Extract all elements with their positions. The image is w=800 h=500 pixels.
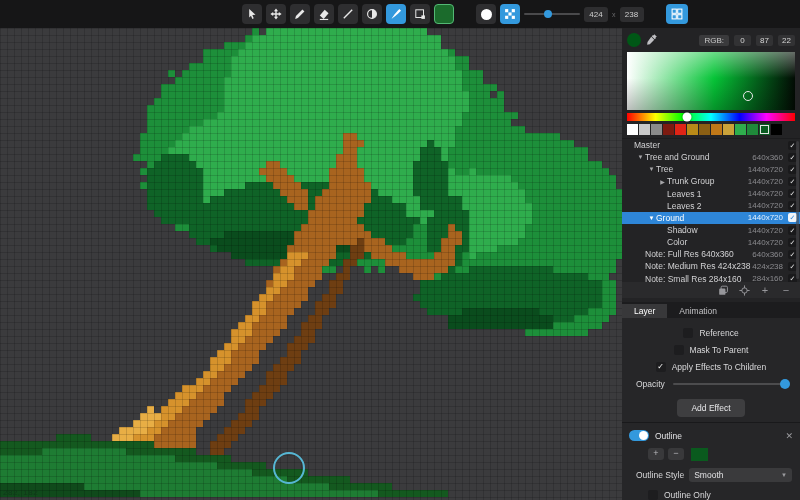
blue-value-field[interactable]: 22: [778, 35, 795, 46]
inspector-tabs: LayerAnimation: [622, 302, 800, 318]
color-swatch[interactable]: [747, 124, 758, 135]
layer-name: Shadow: [667, 225, 698, 235]
eraser-tool-button[interactable]: [314, 4, 334, 24]
gradient-picker-ring[interactable]: [743, 91, 753, 101]
line-tool-button[interactable]: [338, 4, 358, 24]
layer-row-leaves-1[interactable]: Leaves 11440x720✓: [622, 188, 800, 200]
duplicate-layer-icon[interactable]: [717, 284, 729, 296]
move-tool-button[interactable]: [266, 4, 286, 24]
color-swatch[interactable]: [639, 124, 650, 135]
outline-remove-color-button[interactable]: −: [668, 448, 684, 460]
slider-knob[interactable]: [544, 10, 552, 18]
disclosure-triangle-icon[interactable]: ▼: [647, 215, 656, 221]
layer-size: 1440x720: [748, 189, 783, 198]
layer-row-master[interactable]: Master✓: [622, 139, 800, 151]
add-effect-button[interactable]: Add Effect: [677, 399, 744, 417]
outline-only-checkbox[interactable]: [648, 490, 658, 500]
disclosure-triangle-icon[interactable]: ▼: [636, 154, 645, 160]
green-value-field[interactable]: 87: [756, 35, 773, 46]
color-swatch[interactable]: [651, 124, 662, 135]
brush-shape-button[interactable]: [476, 4, 496, 24]
brush-tool-button[interactable]: [386, 4, 406, 24]
color-swatch[interactable]: [675, 124, 686, 135]
tab-animation[interactable]: Animation: [667, 304, 729, 318]
layer-row-ground[interactable]: ▼Ground1440x720✓: [622, 212, 800, 224]
color-swatch[interactable]: [711, 124, 722, 135]
canvas-height-field[interactable]: 238: [620, 7, 644, 22]
layer-row-color[interactable]: Color1440x720✓: [622, 236, 800, 248]
layer-size: 424x238: [752, 262, 783, 271]
brush-cursor: [273, 452, 305, 484]
outline-color-swatch[interactable]: [691, 448, 708, 461]
layer-row-shadow[interactable]: Shadow1440x720✓: [622, 224, 800, 236]
layer-name: Note: Full Res 640x360: [645, 249, 734, 259]
brush-size-slider[interactable]: [524, 4, 580, 24]
pencil-tool-button[interactable]: [290, 4, 310, 24]
apply-effects-to-children-checkbox[interactable]: ✓: [656, 362, 666, 372]
layer-size: 1440x720: [748, 226, 783, 235]
add-layer-button[interactable]: +: [759, 284, 771, 296]
checkbox-label: Apply Effects To Children: [672, 362, 767, 372]
disclosure-triangle-icon[interactable]: ▶: [658, 178, 667, 185]
disclosure-triangle-icon[interactable]: ▼: [647, 166, 656, 172]
remove-layer-button[interactable]: −: [780, 284, 792, 296]
right-sidebar: RGB: 0 87 22 Master✓▼Tree and Ground640x…: [622, 28, 800, 500]
hue-picker-dot[interactable]: [683, 113, 692, 122]
color-swatch[interactable]: [687, 124, 698, 135]
rgb-mode-label[interactable]: RGB:: [699, 35, 729, 46]
outline-add-color-button[interactable]: +: [648, 448, 664, 460]
opacity-slider[interactable]: [673, 379, 788, 389]
eyedropper-icon[interactable]: [646, 33, 658, 47]
color-swatch[interactable]: [735, 124, 746, 135]
remove-effect-icon[interactable]: ✕: [785, 431, 793, 441]
layer-row-note-small-res-284x160[interactable]: Note: Small Res 284x160284x160✓: [622, 273, 800, 283]
saturation-brightness-gradient[interactable]: [627, 52, 795, 110]
reference-checkbox[interactable]: [683, 328, 693, 338]
layer-row-tree-and-ground[interactable]: ▼Tree and Ground640x360✓: [622, 151, 800, 163]
layer-row-note-medium-res-424x238[interactable]: Note: Medium Res 424x238424x238✓: [622, 260, 800, 272]
marquee-tool-button[interactable]: [410, 4, 430, 24]
color-swatch[interactable]: [627, 124, 638, 135]
color-swatch[interactable]: [759, 124, 770, 135]
layers-list: Master✓▼Tree and Ground640x360✓▼Tree1440…: [622, 138, 800, 282]
layer-size: 1440x720: [748, 177, 783, 186]
grid-toggle-button[interactable]: [666, 4, 688, 24]
effect-enabled-toggle[interactable]: [629, 430, 649, 441]
color-swatch[interactable]: [663, 124, 674, 135]
hue-bar[interactable]: [627, 113, 795, 121]
tab-layer[interactable]: Layer: [622, 304, 667, 318]
line-icon: [341, 7, 355, 21]
layer-size: 640x360: [752, 153, 783, 162]
checkbox-label: Mask To Parent: [690, 345, 749, 355]
red-value-field[interactable]: 0: [734, 35, 751, 46]
pencil-icon: [293, 7, 307, 21]
current-color-swatch[interactable]: [627, 33, 641, 47]
pixel-artwork[interactable]: [0, 28, 622, 500]
canvas-width-field[interactable]: 424: [584, 7, 608, 22]
mask-to-parent-checkbox[interactable]: [674, 345, 684, 355]
layer-size: 1440x720: [748, 238, 783, 247]
color-swatch[interactable]: [699, 124, 710, 135]
fill-tool-button[interactable]: [362, 4, 382, 24]
drawing-canvas[interactable]: 282, 182: [0, 28, 622, 500]
target-layer-icon[interactable]: [738, 284, 750, 296]
layers-scrollbar[interactable]: [796, 141, 799, 279]
active-color-well[interactable]: [434, 4, 454, 24]
outline-style-label: Outline Style: [636, 470, 684, 480]
opacity-label: Opacity: [636, 379, 665, 389]
dither-mode-button[interactable]: [500, 4, 520, 24]
inspector-row: ✓Apply Effects To Children: [622, 359, 800, 376]
layer-row-trunk-group[interactable]: ▶Trunk Group1440x720✓: [622, 175, 800, 187]
cursor-coordinates: 282, 182: [3, 488, 38, 497]
color-swatch[interactable]: [771, 124, 782, 135]
layer-row-leaves-2[interactable]: Leaves 21440x720✓: [622, 200, 800, 212]
layer-row-tree[interactable]: ▼Tree1440x720✓: [622, 163, 800, 175]
opacity-knob[interactable]: [780, 379, 790, 389]
select-tool-button[interactable]: [242, 4, 262, 24]
outline-style-dropdown[interactable]: Smooth ▼: [689, 468, 792, 482]
brush-icon: [389, 7, 403, 21]
color-swatch[interactable]: [723, 124, 734, 135]
layer-size: 284x160: [752, 274, 783, 282]
layer-row-note-full-res-640x360[interactable]: Note: Full Res 640x360640x360✓: [622, 248, 800, 260]
checkbox-label: Reference: [699, 328, 738, 338]
